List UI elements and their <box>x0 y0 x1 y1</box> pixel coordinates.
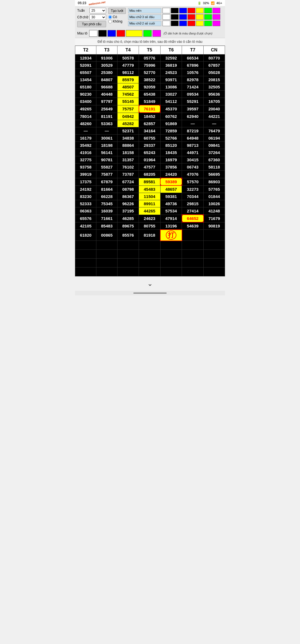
table-cell[interactable]: 04942 <box>118 113 139 120</box>
table-cell[interactable]: 76479 <box>204 127 225 135</box>
table-cell[interactable]: 48657 <box>160 185 182 193</box>
table-cell[interactable]: 32505 <box>204 83 225 91</box>
table-cell[interactable]: 09841 <box>204 142 225 149</box>
table-row[interactable]: 12834910065057805776325926653480770 <box>75 55 225 62</box>
table-row[interactable]: 49265256497575776191453703959720040 <box>75 105 225 113</box>
swatch-white-chu3[interactable] <box>162 14 170 20</box>
table-cell[interactable]: 89675 <box>118 222 139 230</box>
table-cell[interactable]: 90230 <box>75 91 96 98</box>
table-cell[interactable]: 60762 <box>160 113 182 120</box>
table-cell[interactable]: 91006 <box>96 55 118 62</box>
table-cell[interactable]: 45483 <box>139 185 161 193</box>
table-cell[interactable]: 48507 <box>118 83 139 91</box>
table-cell[interactable]: 30529 <box>96 62 118 69</box>
table-cell[interactable]: 09534 <box>182 91 204 98</box>
table-cell[interactable]: 55291 <box>182 98 204 105</box>
table-cell[interactable]: 38522 <box>139 76 161 83</box>
table-cell[interactable]: 85979 <box>118 76 139 83</box>
swatch-blue-chu2[interactable] <box>179 21 187 26</box>
table-cell[interactable]: 13196 <box>160 222 182 230</box>
table-cell[interactable]: 76191 <box>139 105 161 113</box>
table-cell[interactable]: 67896 <box>182 62 204 69</box>
table-cell[interactable]: 52333 <box>75 200 96 207</box>
swatch-red-nen[interactable] <box>188 8 195 13</box>
table-cell[interactable]: 41248 <box>204 207 225 215</box>
table-cell[interactable]: 打 <box>160 230 182 241</box>
table-cell[interactable]: 12834 <box>75 55 96 62</box>
table-cell[interactable]: 37264 <box>204 149 225 156</box>
table-cell[interactable]: 62940 <box>182 113 204 120</box>
table-cell[interactable]: 70344 <box>182 193 204 200</box>
table-cell[interactable]: — <box>182 120 204 127</box>
mau-to-green[interactable] <box>143 30 152 37</box>
table-cell[interactable]: 92059 <box>139 83 161 91</box>
swatch-white-nen[interactable] <box>162 8 170 13</box>
table-cell[interactable]: 59389 <box>160 178 182 185</box>
table-cell[interactable]: 52770 <box>139 69 161 76</box>
table-cell[interactable]: 55145 <box>118 98 139 105</box>
table-cell[interactable]: 27414 <box>182 207 204 215</box>
table-cell[interactable]: 74562 <box>118 91 139 98</box>
table-cell[interactable]: 44971 <box>182 149 204 156</box>
table-cell[interactable]: 50578 <box>118 55 139 62</box>
table-row[interactable]: 52091305294777975996368196789667857 <box>75 62 225 69</box>
table-cell[interactable]: 37856 <box>160 164 182 171</box>
table-cell[interactable]: 13454 <box>75 76 96 83</box>
mau-to-white[interactable] <box>89 30 98 37</box>
table-cell[interactable]: 96226 <box>118 200 139 207</box>
table-cell[interactable]: 72859 <box>160 127 182 135</box>
table-cell[interactable]: 25380 <box>96 69 118 76</box>
table-cell[interactable]: 65576 <box>75 215 96 222</box>
table-cell[interactable]: 96688 <box>96 83 118 91</box>
table-row[interactable]: 41916561411815865243184354497137264 <box>75 149 225 156</box>
table-cell[interactable]: 73787 <box>118 171 139 178</box>
table-cell[interactable]: 34838 <box>118 135 139 142</box>
table-cell[interactable]: 40448 <box>96 91 118 98</box>
table-cell[interactable]: 97797 <box>96 98 118 105</box>
table-cell[interactable]: — <box>204 120 225 127</box>
table-cell[interactable]: 76102 <box>118 164 139 171</box>
table-cell[interactable]: 10576 <box>182 69 204 76</box>
table-cell[interactable]: 95636 <box>204 91 225 98</box>
table-cell[interactable]: — <box>96 127 118 135</box>
table-cell[interactable]: 57570 <box>182 178 204 185</box>
table-row[interactable]: 61820008658557681918打 <box>75 230 225 241</box>
table-cell[interactable]: 00865 <box>96 230 118 241</box>
table-cell[interactable]: 32592 <box>160 55 182 62</box>
table-cell[interactable]: 16179 <box>75 135 96 142</box>
table-cell[interactable]: 67857 <box>204 62 225 69</box>
table-cell[interactable]: 45282 <box>118 120 139 127</box>
table-cell[interactable]: 33027 <box>160 91 182 98</box>
table-cell[interactable]: 56695 <box>204 171 225 178</box>
table-cell[interactable]: 06363 <box>75 207 96 215</box>
khong-radio-label[interactable]: Không <box>108 19 126 23</box>
swatch-pink-chu2[interactable] <box>212 21 220 26</box>
table-cell[interactable]: 11504 <box>139 193 161 200</box>
table-cell[interactable]: 36819 <box>160 62 182 69</box>
co-radio-label[interactable]: Có <box>108 15 126 19</box>
table-cell[interactable]: 30415 <box>182 156 204 164</box>
table-cell[interactable]: 24523 <box>160 69 182 76</box>
table-cell[interactable]: 52371 <box>118 127 139 135</box>
table-row[interactable]: 06363160393719544265575342741441248 <box>75 207 225 215</box>
table-cell[interactable]: 29337 <box>139 142 161 149</box>
table-row[interactable]: 65576716614628524623479146465271679 <box>75 215 225 222</box>
table-cell[interactable]: 80755 <box>139 222 161 230</box>
table-cell[interactable]: 65180 <box>75 83 96 91</box>
swatch-black-chu2[interactable] <box>171 21 179 26</box>
table-cell[interactable]: 75877 <box>96 171 118 178</box>
table-cell[interactable]: 20040 <box>204 105 225 113</box>
table-cell[interactable]: 78014 <box>75 113 96 120</box>
table-cell[interactable]: 85576 <box>118 230 139 241</box>
mau-to-red[interactable] <box>117 30 125 37</box>
table-cell[interactable]: 54112 <box>160 98 182 105</box>
table-cell[interactable]: 39597 <box>182 105 204 113</box>
table-cell[interactable]: 65507 <box>75 69 96 76</box>
table-cell[interactable]: 98112 <box>118 69 139 76</box>
table-cell[interactable]: 56141 <box>96 149 118 156</box>
table-cell[interactable]: 32273 <box>182 185 204 193</box>
table-cell[interactable]: 71424 <box>182 83 204 91</box>
table-row[interactable]: 17375678796772489581593895757086903 <box>75 178 225 185</box>
table-row[interactable]: 32775907813135701964169793041567360 <box>75 156 225 164</box>
table-cell[interactable]: 44265 <box>139 207 161 215</box>
